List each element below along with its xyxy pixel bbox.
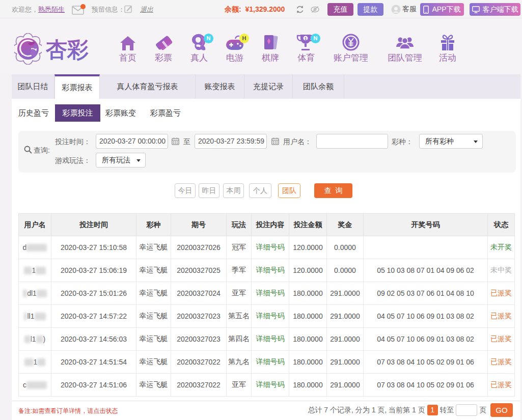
svg-text:1: 1	[304, 36, 307, 41]
